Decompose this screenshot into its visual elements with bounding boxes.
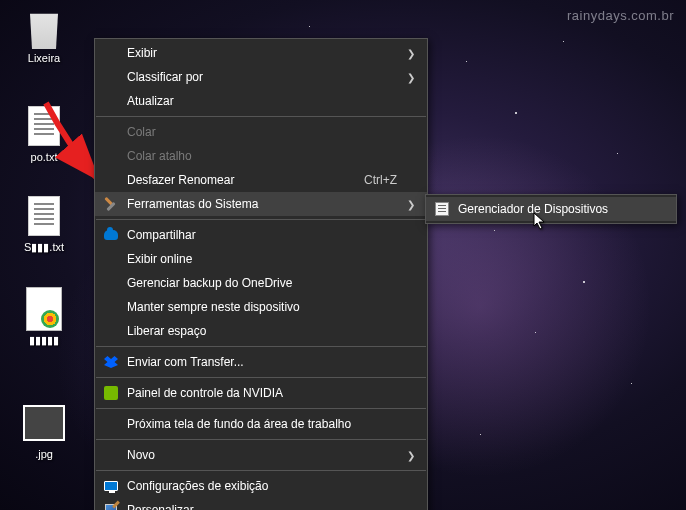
menu-item[interactable]: Exibir online (95, 247, 427, 271)
menu-item[interactable]: Ferramentas do Sistema❯ (95, 192, 427, 216)
menu-item[interactable]: Compartilhar (95, 223, 427, 247)
menu-item: Colar atalho (95, 144, 427, 168)
doc-icon (23, 288, 65, 330)
menu-item-label: Manter sempre neste dispositivo (127, 300, 300, 314)
menu-item-label: Desfazer Renomear (127, 173, 234, 187)
menu-item[interactable]: Personalizar (95, 498, 427, 510)
menu-item[interactable]: Configurações de exibição (95, 474, 427, 498)
desktop-context-menu: Exibir❯Classificar por❯AtualizarColarCol… (94, 38, 428, 510)
menu-separator (96, 439, 426, 440)
desktop-icon-txt[interactable]: po.txt (8, 105, 80, 163)
menu-item-label: Enviar com Transfer... (127, 355, 244, 369)
nvidia-icon (103, 385, 119, 401)
menu-item-label: Configurações de exibição (127, 479, 268, 493)
menu-item-label: Exibir online (127, 252, 192, 266)
desktop-icon-recycle-bin[interactable]: Lixeira (8, 6, 80, 64)
display-icon (103, 478, 119, 494)
dropbox-icon (103, 354, 119, 370)
menu-item[interactable]: Enviar com Transfer... (95, 350, 427, 374)
menu-item[interactable]: Próxima tela de fundo da área de trabalh… (95, 412, 427, 436)
menu-item[interactable]: Classificar por❯ (95, 65, 427, 89)
menu-item-label: Compartilhar (127, 228, 196, 242)
menu-separator (96, 408, 426, 409)
menu-item[interactable]: Gerenciador de Dispositivos (426, 197, 676, 221)
img-icon (23, 402, 65, 444)
menu-separator (96, 346, 426, 347)
menu-shortcut: Ctrl+Z (364, 173, 397, 187)
recycle-bin-icon (23, 6, 65, 48)
menu-separator (96, 116, 426, 117)
desktop-icon-doc[interactable]: ▮▮▮▮▮ (8, 288, 80, 347)
menu-item-label: Colar atalho (127, 149, 192, 163)
menu-item[interactable]: Atualizar (95, 89, 427, 113)
menu-item-label: Próxima tela de fundo da área de trabalh… (127, 417, 351, 431)
desktop-icon-txt[interactable]: S▮▮▮.txt (8, 195, 80, 254)
txt-icon (23, 105, 65, 147)
desktop-icon-img[interactable]: .jpg (8, 402, 80, 460)
menu-item-label: Novo (127, 448, 155, 462)
menu-item: Colar (95, 120, 427, 144)
menu-separator (96, 377, 426, 378)
menu-item-label: Gerenciador de Dispositivos (458, 202, 608, 216)
onedrive-icon (103, 227, 119, 243)
menu-item-label: Exibir (127, 46, 157, 60)
desktop-icon-label: ▮▮▮▮▮ (8, 334, 80, 347)
devmgr-icon (434, 201, 450, 217)
watermark-text: rainydays.com.br (567, 8, 674, 23)
menu-separator (96, 470, 426, 471)
menu-item[interactable]: Desfazer RenomearCtrl+Z (95, 168, 427, 192)
menu-item[interactable]: Painel de controle da NVIDIA (95, 381, 427, 405)
menu-item[interactable]: Gerenciar backup do OneDrive (95, 271, 427, 295)
menu-item-label: Gerenciar backup do OneDrive (127, 276, 292, 290)
txt-icon (23, 195, 65, 237)
chevron-right-icon: ❯ (407, 48, 415, 59)
menu-item[interactable]: Novo❯ (95, 443, 427, 467)
menu-item-label: Classificar por (127, 70, 203, 84)
chevron-right-icon: ❯ (407, 199, 415, 210)
desktop-icon-label: po.txt (8, 151, 80, 163)
menu-item-label: Colar (127, 125, 156, 139)
desktop-icon-label: Lixeira (8, 52, 80, 64)
menu-item-label: Ferramentas do Sistema (127, 197, 258, 211)
desktop-icon-label: .jpg (8, 448, 80, 460)
chevron-right-icon: ❯ (407, 72, 415, 83)
system-tools-submenu: Gerenciador de Dispositivos (425, 194, 677, 224)
menu-item[interactable]: Exibir❯ (95, 41, 427, 65)
menu-item-label: Painel de controle da NVIDIA (127, 386, 283, 400)
menu-separator (96, 219, 426, 220)
desktop-icon-label: S▮▮▮.txt (8, 241, 80, 254)
menu-item[interactable]: Liberar espaço (95, 319, 427, 343)
menu-item-label: Liberar espaço (127, 324, 206, 338)
chevron-right-icon: ❯ (407, 450, 415, 461)
menu-item[interactable]: Manter sempre neste dispositivo (95, 295, 427, 319)
personalize-icon (103, 502, 119, 510)
menu-item-label: Personalizar (127, 503, 194, 510)
menu-item-label: Atualizar (127, 94, 174, 108)
tools-icon (103, 196, 119, 212)
